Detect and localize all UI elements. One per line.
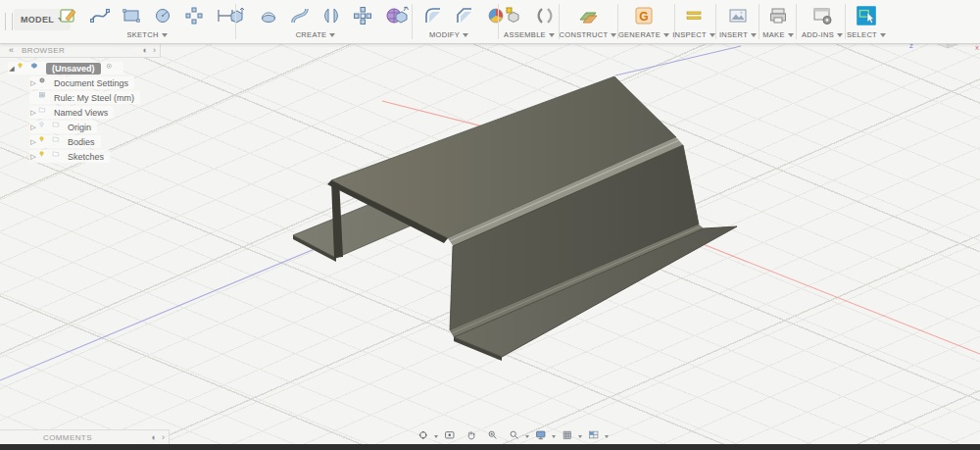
expand-collapsed-icon[interactable]: ▷	[29, 109, 37, 117]
make-icon[interactable]	[766, 4, 790, 27]
measure-icon[interactable]	[682, 4, 706, 27]
visibility-bulb-on-icon[interactable]	[16, 62, 29, 75]
browser-row-label[interactable]: Named Views	[54, 108, 108, 118]
browser-row-unsaved[interactable]: ◢(Unsaved)	[8, 62, 123, 75]
toolbar-group-select: SELECT	[834, 0, 899, 43]
nav-grid-settings-icon[interactable]	[560, 428, 584, 446]
toolbar-menu-create[interactable]: CREATE	[221, 30, 410, 39]
nav-orbit-icon[interactable]	[416, 428, 440, 446]
add-ins-icon[interactable]	[810, 4, 834, 27]
browser-row-rule-my-steel-mm[interactable]: Rule: My Steel (mm)	[29, 91, 140, 104]
collapse-panel-icon[interactable]: «	[9, 46, 14, 55]
browser-header[interactable]: « BROWSER ◐ ›	[0, 43, 161, 58]
comments-options-icon[interactable]: ◐	[152, 433, 157, 442]
expand-collapsed-icon[interactable]: ▷	[29, 138, 37, 146]
nav-display-settings-icon[interactable]	[533, 428, 558, 446]
expand-collapsed-icon[interactable]: ▷	[29, 124, 37, 131]
toolbar-grip-handle[interactable]	[5, 13, 13, 30]
select-icon[interactable]	[855, 4, 878, 27]
z-axis-line-far	[615, 46, 741, 75]
chevron-down-icon	[525, 435, 529, 438]
toolbar-separator	[759, 4, 760, 39]
expand-collapsed-icon[interactable]: ▷	[29, 79, 37, 87]
spline-icon[interactable]	[88, 4, 112, 27]
toolbar-menu-assemble[interactable]: ASSEMBLE	[497, 30, 562, 39]
browser-row-named-views[interactable]: ▷Named Views	[29, 106, 114, 119]
toolbar-separator	[617, 4, 618, 39]
rectangle-icon[interactable]	[120, 4, 143, 27]
chevron-down-icon	[434, 435, 438, 438]
browser-row-sketches[interactable]: ▷Sketches	[29, 150, 110, 163]
sheet-metal-body[interactable]	[293, 76, 737, 361]
toolbar-separator	[845, 4, 846, 39]
generate-icon[interactable]: G	[632, 4, 656, 27]
toolbar-group-modify: MODIFY	[386, 0, 512, 43]
toolbar-separator	[412, 4, 413, 39]
chevron-down-icon	[549, 33, 555, 37]
browser-row-document-settings[interactable]: ▷Document Settings	[29, 76, 134, 89]
chevron-down-icon	[463, 33, 468, 37]
fusion-360-window: Y Z X TOP FRONT RIGHT MODEL SKETCH CREAT…	[0, 0, 980, 450]
nav-fit-icon[interactable]	[507, 428, 531, 446]
new-component-icon[interactable]	[502, 4, 525, 27]
viewcube-x-axis-label: X	[975, 45, 979, 51]
chevron-down-icon	[329, 33, 335, 37]
construct-plane-icon[interactable]	[576, 4, 600, 27]
nav-look-at-icon[interactable]	[442, 428, 462, 446]
mirror-icon[interactable]	[319, 4, 343, 27]
browser-row-label[interactable]: Bodies	[68, 137, 95, 147]
panel-options-icon[interactable]: ◐	[143, 46, 148, 55]
fillet-icon[interactable]	[421, 4, 445, 27]
visibility-bulb-on-icon[interactable]	[37, 135, 51, 148]
browser-row-bodies[interactable]: ▷Bodies	[29, 135, 101, 148]
browser-row-label[interactable]: Document Settings	[54, 78, 128, 88]
comments-title: COMMENTS	[43, 433, 92, 442]
folder-icon	[51, 150, 65, 163]
extrude-icon[interactable]	[225, 4, 249, 27]
chevron-down-icon	[605, 435, 609, 438]
sketch-pattern-icon[interactable]	[182, 4, 206, 27]
expand-collapsed-icon[interactable]: ▷	[29, 153, 37, 161]
browser-row-label[interactable]: Sketches	[68, 152, 104, 162]
nav-pan-icon[interactable]	[464, 428, 483, 446]
sketch-create-icon[interactable]	[57, 4, 80, 27]
toolbar-separator	[235, 4, 236, 39]
toolbar-menu-sketch[interactable]: SKETCH	[53, 30, 241, 39]
visibility-bulb-off-icon[interactable]	[37, 121, 51, 133]
panel-expand-icon[interactable]: ›	[153, 46, 156, 55]
nav-zoom-icon[interactable]	[485, 428, 505, 446]
pattern-icon[interactable]	[351, 4, 374, 27]
x-axis-line-near	[688, 238, 980, 354]
gear-icon	[37, 76, 51, 89]
chamfer-icon[interactable]	[453, 4, 476, 27]
visibility-bulb-on-icon[interactable]	[37, 150, 51, 163]
component-icon	[29, 62, 43, 75]
browser-title: BROWSER	[22, 46, 65, 55]
folder-icon	[37, 106, 51, 119]
nav-viewports-icon[interactable]	[586, 428, 611, 446]
revolve-icon[interactable]	[257, 4, 280, 27]
status-strip	[0, 444, 980, 450]
toolbar-menu-modify[interactable]: MODIFY	[386, 30, 512, 39]
browser-row-label[interactable]: (Unsaved)	[46, 63, 101, 75]
comments-expand-icon[interactable]: ›	[162, 433, 165, 442]
joint-icon[interactable]	[533, 4, 557, 27]
comments-bar[interactable]: COMMENTS ◐ ›	[0, 429, 170, 445]
toolbar-group-sketch: SKETCH	[53, 0, 241, 43]
toolbar-menu-select[interactable]: SELECT	[834, 30, 899, 39]
sweep-icon[interactable]	[288, 4, 312, 27]
top-toolbar: MODEL SKETCH CREATE MODIFY ASSEMBLE CONS…	[0, 0, 980, 44]
toolbar-separator	[559, 4, 560, 39]
toolbar-separator	[498, 4, 499, 39]
expand-expanded-icon[interactable]: ◢	[8, 65, 16, 73]
workspace-label: MODEL	[21, 15, 54, 25]
circle-icon[interactable]	[151, 4, 174, 27]
browser-row-label[interactable]: Origin	[68, 123, 91, 132]
browser-row-origin[interactable]: ▷Origin	[29, 121, 97, 133]
browser-row-label[interactable]: Rule: My Steel (mm)	[54, 93, 134, 103]
folder-icon	[51, 121, 65, 133]
press-pull-icon[interactable]	[390, 4, 414, 27]
rule-icon	[37, 91, 51, 104]
navigation-toolbar	[416, 428, 611, 445]
activate-icon[interactable]	[106, 63, 118, 75]
